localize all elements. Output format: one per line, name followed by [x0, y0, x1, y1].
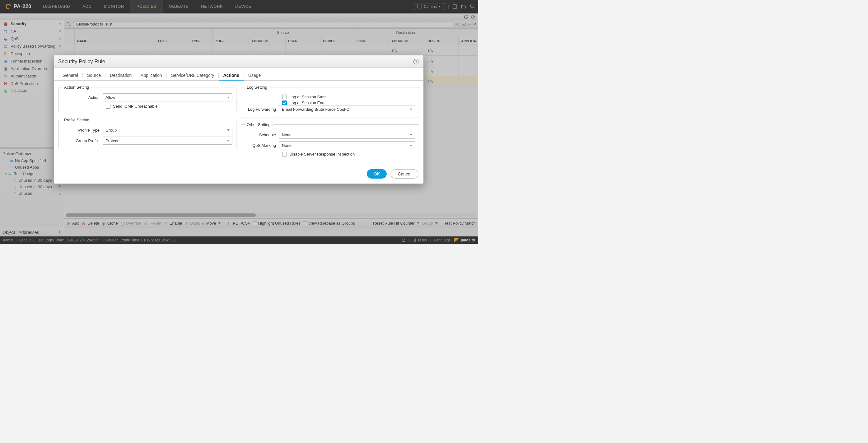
log-forwarding-label: Log Forwarding — [245, 107, 279, 112]
select-value: None — [282, 132, 291, 137]
legend: Log Setting — [245, 85, 269, 90]
dsri-label: Disable Server Response Inspection — [289, 152, 355, 156]
select-value: Protect — [105, 138, 118, 143]
dialog-header[interactable]: Security Policy Rule ? — [54, 55, 424, 68]
select-value: Allow — [105, 95, 115, 100]
group-profile-label: Group Profile — [62, 138, 103, 143]
dsri-checkbox[interactable] — [282, 152, 287, 156]
legend: Profile Setting — [62, 118, 91, 122]
btn-label: Cancel — [398, 171, 411, 177]
legend: Other Settings — [245, 122, 274, 127]
log-forwarding-select[interactable]: Email Forwarding Brute Force Cool-Off — [279, 105, 415, 113]
tab-source[interactable]: Source — [83, 70, 105, 80]
ok-button[interactable]: OK — [367, 169, 387, 179]
action-select[interactable]: Allow — [103, 93, 232, 101]
schedule-select[interactable]: None — [279, 131, 415, 139]
other-settings-group: Other Settings Schedule None QoS Marking… — [241, 122, 419, 161]
icmp-label: Send ICMP Unreachable — [113, 104, 158, 108]
qos-select[interactable]: None — [279, 141, 415, 149]
btn-label: OK — [374, 171, 380, 177]
action-label: Action — [62, 95, 103, 100]
legend: Action Setting — [62, 85, 91, 90]
cancel-button[interactable]: Cancel — [391, 169, 418, 179]
qos-label: QoS Marking — [245, 143, 279, 148]
select-value: None — [282, 143, 291, 148]
help-icon[interactable]: ? — [413, 59, 419, 64]
log-start-checkbox[interactable] — [282, 95, 287, 99]
icmp-checkbox[interactable] — [106, 104, 111, 108]
dialog-title: Security Policy Rule — [58, 59, 105, 65]
select-value: Email Forwarding Brute Force Cool-Off — [282, 107, 351, 112]
group-profile-select[interactable]: Protect — [103, 136, 232, 145]
log-setting-group: Log Setting Log at Session Start Log at … — [241, 85, 419, 118]
security-policy-rule-dialog: Security Policy Rule ? General Source De… — [54, 55, 424, 184]
log-start-label: Log at Session Start — [289, 95, 326, 99]
profile-setting-group: Profile Setting Profile Type Group Group… — [58, 118, 237, 149]
action-setting-group: Action Setting Action Allow Send ICMP Un… — [58, 85, 237, 113]
dialog-footer: OK Cancel — [54, 165, 424, 184]
schedule-label: Schedule — [245, 132, 279, 137]
profile-type-select[interactable]: Group — [103, 126, 232, 134]
dialog-tabs: General Source Destination Application S… — [54, 70, 424, 81]
tab-application[interactable]: Application — [136, 70, 166, 80]
tab-service-url[interactable]: Service/URL Category — [167, 70, 219, 80]
select-value: Group — [105, 128, 117, 132]
tab-actions[interactable]: Actions — [219, 70, 243, 80]
log-end-label: Log at Session End — [289, 100, 324, 105]
tab-general[interactable]: General — [58, 70, 83, 80]
dialog-body: Action Setting Action Allow Send ICMP Un… — [54, 81, 424, 165]
tab-destination[interactable]: Destination — [105, 70, 136, 80]
profile-type-label: Profile Type — [62, 128, 103, 132]
tab-usage[interactable]: Usage — [244, 70, 265, 80]
log-end-checkbox[interactable] — [282, 100, 287, 105]
